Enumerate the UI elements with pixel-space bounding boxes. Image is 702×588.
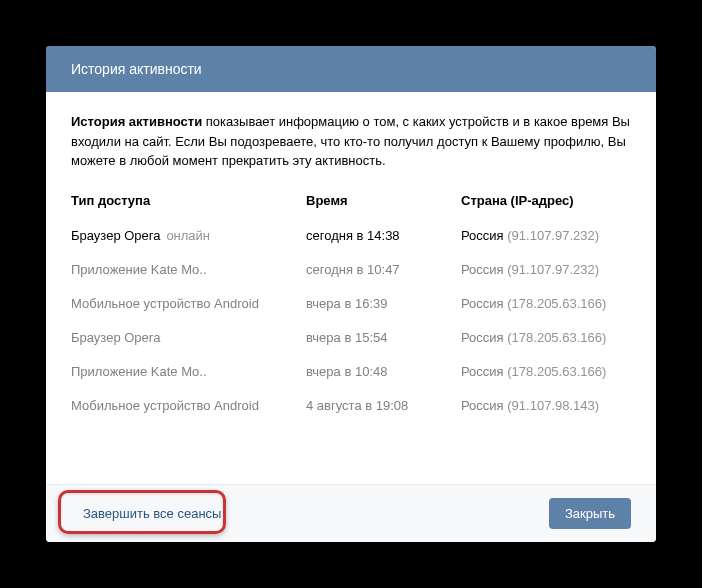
status-online: онлайн bbox=[166, 228, 210, 243]
description-text: История активности показывает информацию… bbox=[71, 112, 631, 171]
ip-label: (178.205.63.166) bbox=[507, 330, 606, 345]
col-header-country: Страна (IP-адрес) bbox=[461, 193, 574, 208]
table-row: Браузер Operaвчера в 15:54Россия (178.20… bbox=[71, 320, 631, 354]
modal-body: История активности показывает информацию… bbox=[46, 92, 656, 484]
session-country: Россия (178.205.63.166) bbox=[461, 364, 606, 379]
session-device: Мобильное устройство Android bbox=[71, 296, 306, 311]
session-country: Россия (178.205.63.166) bbox=[461, 296, 606, 311]
session-country: Россия (91.107.97.232) bbox=[461, 228, 599, 243]
session-device: Мобильное устройство Android bbox=[71, 398, 306, 413]
device-label: Приложение Kate Mo.. bbox=[71, 364, 207, 379]
ip-label: (178.205.63.166) bbox=[507, 296, 606, 311]
session-time: 4 августа в 19:08 bbox=[306, 398, 461, 413]
col-header-time: Время bbox=[306, 193, 461, 208]
table-row: Браузер Operaонлайнсегодня в 14:38Россия… bbox=[71, 218, 631, 252]
modal-header: История активности bbox=[46, 46, 656, 92]
ip-label: (91.107.98.143) bbox=[507, 398, 599, 413]
session-device: Приложение Kate Mo.. bbox=[71, 262, 306, 277]
country-label: Россия bbox=[461, 330, 504, 345]
close-button[interactable]: Закрыть bbox=[549, 498, 631, 529]
device-label: Мобильное устройство Android bbox=[71, 398, 259, 413]
device-label: Браузер Opera bbox=[71, 330, 160, 345]
col-header-device: Тип доступа bbox=[71, 193, 306, 208]
country-label: Россия bbox=[461, 262, 504, 277]
table-row: Мобильное устройство Androidвчера в 16:3… bbox=[71, 286, 631, 320]
session-device: Браузер Operaонлайн bbox=[71, 228, 306, 243]
session-device: Браузер Opera bbox=[71, 330, 306, 345]
country-label: Россия bbox=[461, 296, 504, 311]
session-country: Россия (178.205.63.166) bbox=[461, 330, 606, 345]
session-country: Россия (91.107.97.232) bbox=[461, 262, 599, 277]
session-country: Россия (91.107.98.143) bbox=[461, 398, 599, 413]
session-time: вчера в 10:48 bbox=[306, 364, 461, 379]
ip-label: (91.107.97.232) bbox=[507, 262, 599, 277]
table-row: Мобильное устройство Android4 августа в … bbox=[71, 388, 631, 422]
device-label: Приложение Kate Mo.. bbox=[71, 262, 207, 277]
ip-label: (178.205.63.166) bbox=[507, 364, 606, 379]
country-label: Россия bbox=[461, 398, 504, 413]
end-all-sessions-button[interactable]: Завершить все сеансы bbox=[71, 498, 233, 529]
table-row: Приложение Kate Mo..сегодня в 10:47Росси… bbox=[71, 252, 631, 286]
table-row: Приложение Kate Mo..вчера в 10:48Россия … bbox=[71, 354, 631, 388]
modal-footer: Завершить все сеансы Закрыть bbox=[46, 484, 656, 542]
country-label: Россия bbox=[461, 228, 504, 243]
session-device: Приложение Kate Mo.. bbox=[71, 364, 306, 379]
description-bold: История активности bbox=[71, 114, 202, 129]
session-time: вчера в 15:54 bbox=[306, 330, 461, 345]
country-label: Россия bbox=[461, 364, 504, 379]
device-label: Браузер Opera bbox=[71, 228, 160, 243]
session-time: вчера в 16:39 bbox=[306, 296, 461, 311]
modal-title: История активности bbox=[71, 61, 202, 77]
table-header: Тип доступа Время Страна (IP-адрес) bbox=[71, 193, 631, 218]
sessions-table: Тип доступа Время Страна (IP-адрес) Брау… bbox=[71, 193, 631, 422]
session-time: сегодня в 14:38 bbox=[306, 228, 461, 243]
ip-label: (91.107.97.232) bbox=[507, 228, 599, 243]
device-label: Мобильное устройство Android bbox=[71, 296, 259, 311]
activity-history-modal: История активности История активности по… bbox=[46, 46, 656, 542]
session-time: сегодня в 10:47 bbox=[306, 262, 461, 277]
